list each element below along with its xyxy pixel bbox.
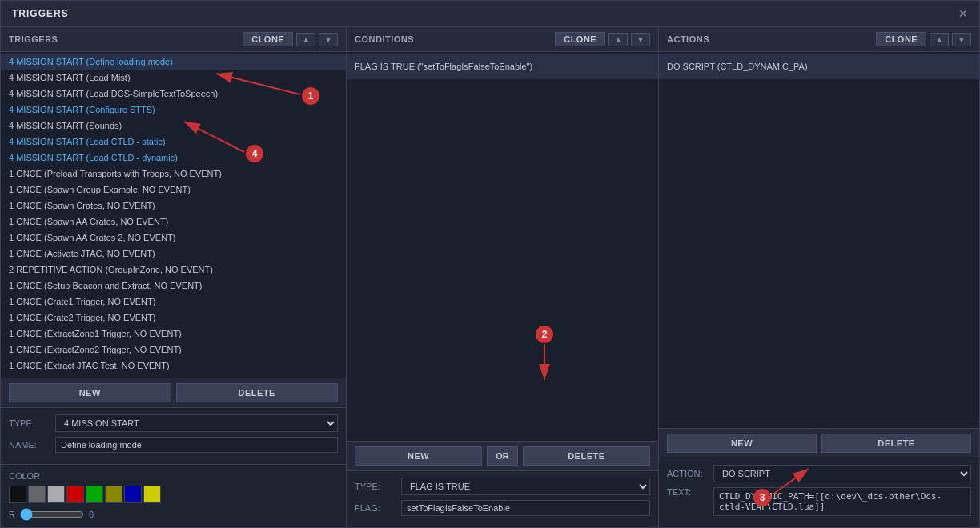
list-item[interactable]: 4 MISSION START (Define loading mode)	[1, 54, 346, 70]
actions-text-input[interactable]: CTLD_DYNAMIC_PATH=[[d:\dev\_dcs-other\Dc…	[713, 487, 971, 516]
list-item[interactable]: 2 REPETITIVE ACTION (GroupInZone, NO EVE…	[1, 262, 346, 278]
color-swatch[interactable]	[66, 486, 84, 503]
actions-list[interactable]: DO SCRIPT (CTLD_DYNAMIC_PA)	[659, 52, 979, 428]
color-swatch[interactable]	[28, 486, 46, 503]
conditions-down-button[interactable]: ▼	[631, 33, 650, 46]
triggers-up-button[interactable]: ▲	[296, 33, 315, 46]
list-item[interactable]: 1 ONCE (Spawn AA Crates, NO EVENT)	[1, 214, 346, 230]
triggers-name-row: NAME:	[9, 437, 338, 453]
conditions-flag-label: FLAG:	[355, 503, 395, 513]
conditions-panel-content: FLAG IS TRUE ("setToFlagIsFalseToEnable"…	[347, 52, 658, 527]
conditions-list-item[interactable]: FLAG IS TRUE ("setToFlagIsFalseToEnable"…	[347, 54, 658, 79]
triggers-type-label: TYPE:	[9, 418, 49, 428]
list-item[interactable]: 4 MISSION START (Sounds)	[1, 118, 346, 134]
list-item[interactable]: 1 ONCE (Crate2 Trigger, NO EVENT)	[1, 310, 346, 326]
triggers-form: TYPE: 4 MISSION START NAME:	[1, 407, 346, 464]
conditions-delete-button[interactable]: DELETE	[523, 446, 650, 466]
list-item[interactable]: 1 ONCE (Setup Beacon and Extract, NO EVE…	[1, 278, 346, 294]
conditions-type-select[interactable]: FLAG IS TRUE	[401, 478, 650, 495]
triggers-clone-button[interactable]: CLONE	[243, 32, 293, 46]
conditions-up-button[interactable]: ▲	[608, 33, 628, 46]
actions-text-label: TEXT:	[667, 487, 707, 497]
color-swatch[interactable]	[86, 486, 103, 503]
r-slider[interactable]	[20, 508, 84, 521]
list-item[interactable]: 1 ONCE (Activate JTAC, NO EVENT)	[1, 246, 346, 262]
list-item[interactable]: 1 ONCE (Spawn Group Example, NO EVENT)	[1, 182, 346, 198]
window-title: TRIGGERS	[12, 8, 69, 19]
actions-panel-content: DO SCRIPT (CTLD_DYNAMIC_PA) NEW DELETE A…	[659, 52, 979, 527]
conditions-clone-button[interactable]: CLONE	[555, 32, 605, 46]
actions-title: ACTIONS	[667, 34, 709, 44]
actions-up-button[interactable]: ▲	[930, 33, 949, 46]
color-swatch[interactable]	[143, 486, 161, 503]
main-content: TRIGGERS CLONE ▲ ▼ 4 MISSION START (Defi…	[1, 27, 979, 527]
close-button[interactable]: ✕	[958, 7, 968, 20]
conditions-form: TYPE: FLAG IS TRUE FLAG:	[347, 470, 658, 527]
list-item[interactable]: 4 MISSION START (Load Mist)	[1, 70, 346, 86]
color-swatch[interactable]	[105, 486, 122, 503]
triggers-delete-button[interactable]: DELETE	[176, 383, 339, 402]
list-item[interactable]: 4 MISSION START (Load CTLD - dynamic)	[1, 150, 346, 166]
list-item[interactable]: 1 ONCE (ExtractZone1 Trigger, NO EVENT)	[1, 326, 346, 342]
color-section: COLOR R 0	[1, 464, 346, 527]
conditions-flag-row: FLAG:	[355, 500, 650, 516]
actions-controls: CLONE ▲ ▼	[876, 32, 971, 46]
triggers-window: TRIGGERS ✕ TRIGGERS CLONE ▲ ▼ 4 MISSION …	[0, 0, 980, 528]
conditions-panel: CONDITIONS CLONE ▲ ▼ FLAG IS TRUE ("setT…	[347, 27, 659, 527]
triggers-name-label: NAME:	[9, 440, 49, 450]
list-item[interactable]: 1 ONCE (Extract JTAC Test, NO EVENT)	[1, 358, 346, 374]
conditions-controls: CLONE ▲ ▼	[555, 32, 650, 46]
list-item[interactable]: 4 MISSION START (Load CTLD - static)	[1, 134, 346, 150]
conditions-header: CONDITIONS CLONE ▲ ▼	[347, 27, 658, 52]
triggers-name-input[interactable]	[55, 437, 338, 453]
actions-text-row: TEXT: CTLD_DYNAMIC_PATH=[[d:\dev\_dcs-ot…	[667, 487, 971, 516]
conditions-new-button[interactable]: NEW	[355, 446, 482, 466]
color-swatch[interactable]	[9, 486, 26, 503]
triggers-list[interactable]: 4 MISSION START (Define loading mode)4 M…	[1, 52, 346, 378]
actions-new-button[interactable]: NEW	[667, 434, 817, 453]
list-item[interactable]: 4 MISSION START (Load DCS-SimpleTextToSp…	[1, 86, 346, 102]
color-label: COLOR	[9, 471, 338, 481]
actions-action-row: ACTION: DO SCRIPT	[667, 465, 971, 482]
actions-down-button[interactable]: ▼	[952, 33, 971, 46]
list-item[interactable]: 1 ONCE (Spawn Crates, NO EVENT)	[1, 198, 346, 214]
conditions-type-row: TYPE: FLAG IS TRUE	[355, 478, 650, 495]
triggers-bottom-bar: NEW DELETE	[1, 378, 346, 407]
triggers-header: TRIGGERS CLONE ▲ ▼	[1, 27, 346, 52]
actions-header: ACTIONS CLONE ▲ ▼	[659, 27, 979, 52]
conditions-type-label: TYPE:	[355, 482, 395, 491]
color-swatch[interactable]	[47, 486, 65, 503]
conditions-bottom-bar: NEW OR DELETE	[347, 441, 658, 470]
conditions-title: CONDITIONS	[355, 34, 414, 44]
conditions-flag-input[interactable]	[401, 500, 650, 516]
actions-action-label: ACTION:	[667, 469, 707, 478]
actions-form: ACTION: DO SCRIPT TEXT: CTLD_DYNAMIC_PAT…	[659, 458, 979, 527]
actions-action-select[interactable]: DO SCRIPT	[713, 465, 971, 482]
triggers-down-button[interactable]: ▼	[319, 33, 338, 46]
actions-bottom-bar: NEW DELETE	[659, 428, 979, 458]
triggers-type-select[interactable]: 4 MISSION START	[55, 414, 338, 432]
color-slider-row: R 0	[9, 508, 338, 521]
actions-panel: ACTIONS CLONE ▲ ▼ DO SCRIPT (CTLD_DYNAMI…	[659, 27, 979, 527]
color-swatches	[9, 486, 338, 503]
conditions-or-button[interactable]: OR	[487, 446, 518, 466]
triggers-type-row: TYPE: 4 MISSION START	[9, 414, 338, 432]
list-item[interactable]: 4 MISSION START (Configure STTS)	[1, 102, 346, 118]
list-item[interactable]: 1 ONCE (ExtractZone2 Trigger, NO EVENT)	[1, 342, 346, 358]
triggers-panel-content: 4 MISSION START (Define loading mode)4 M…	[1, 52, 346, 527]
actions-clone-button[interactable]: CLONE	[876, 32, 926, 46]
title-bar: TRIGGERS ✕	[1, 1, 979, 27]
triggers-title: TRIGGERS	[9, 34, 58, 44]
actions-list-item[interactable]: DO SCRIPT (CTLD_DYNAMIC_PA)	[659, 54, 979, 79]
triggers-new-button[interactable]: NEW	[9, 383, 171, 402]
color-swatch[interactable]	[124, 486, 142, 503]
list-item[interactable]: 1 ONCE (Crate1 Trigger, NO EVENT)	[1, 294, 346, 310]
r-value: 0	[89, 510, 94, 519]
list-item[interactable]: 1 ONCE (Spawn AA Crates 2, NO EVENT)	[1, 230, 346, 246]
r-label: R	[9, 510, 15, 519]
conditions-list[interactable]: FLAG IS TRUE ("setToFlagIsFalseToEnable"…	[347, 52, 658, 441]
triggers-panel: TRIGGERS CLONE ▲ ▼ 4 MISSION START (Defi…	[1, 27, 347, 527]
triggers-controls: CLONE ▲ ▼	[243, 32, 338, 46]
list-item[interactable]: 1 ONCE (Preload Transports with Troops, …	[1, 166, 346, 182]
actions-delete-button[interactable]: DELETE	[821, 434, 971, 453]
